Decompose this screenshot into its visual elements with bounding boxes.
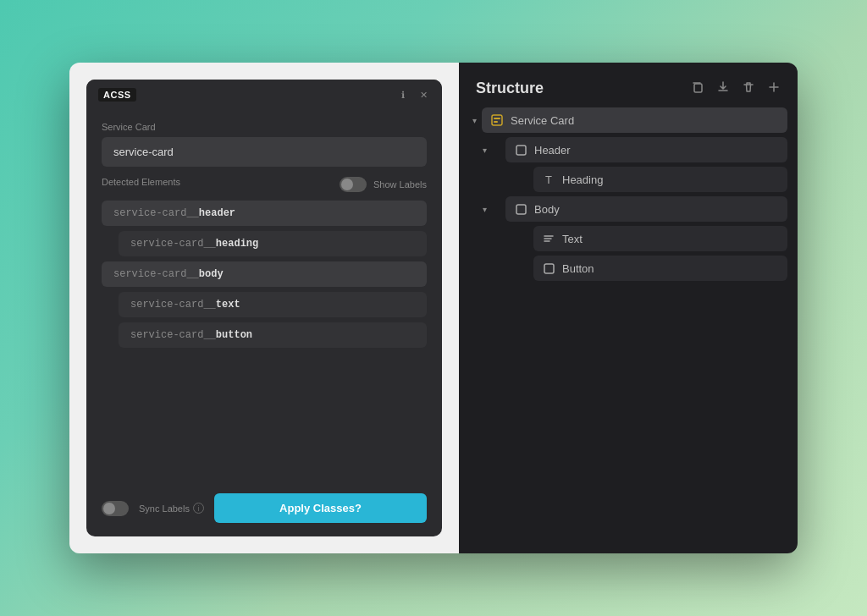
show-labels-toggle[interactable] bbox=[340, 177, 367, 192]
tree-row-text: Text bbox=[506, 226, 787, 251]
plugin-footer: Sync Labels i Apply Classes? bbox=[86, 483, 442, 536]
tree-label-service-card: Service Card bbox=[511, 114, 574, 127]
structure-header: Structure bbox=[459, 63, 798, 107]
detected-section: Detected Elements Show Labels service-ca… bbox=[102, 177, 427, 348]
svg-rect-1 bbox=[492, 115, 502, 125]
svg-rect-6 bbox=[544, 264, 554, 273]
tree-row-heading: T Heading bbox=[506, 167, 787, 192]
element-text[interactable]: service-card__text bbox=[119, 292, 427, 317]
tree-label-text: Text bbox=[562, 233, 583, 245]
info-titlebar-icon[interactable]: ℹ bbox=[396, 88, 410, 102]
service-card-label: Service Card bbox=[102, 122, 427, 132]
box-icon-body bbox=[514, 202, 527, 216]
tree-expand-row-header: ▾ Header bbox=[483, 137, 787, 162]
svg-rect-2 bbox=[494, 118, 500, 119]
close-titlebar-icon[interactable]: ✕ bbox=[417, 88, 430, 102]
tree-expand-row-body: ▾ Body bbox=[483, 196, 787, 222]
box-icon-header bbox=[514, 143, 527, 157]
text-icon-heading: T bbox=[542, 173, 555, 186]
left-panel: ACSS ℹ ✕ Service Card Detected Elements bbox=[69, 63, 459, 553]
tree-node-heading[interactable]: T Heading bbox=[533, 167, 787, 192]
element-body[interactable]: service-card__body bbox=[102, 261, 427, 287]
plugin-window: ACSS ℹ ✕ Service Card Detected Elements bbox=[86, 80, 442, 536]
box-icon-button bbox=[542, 261, 555, 275]
sync-labels-toggle[interactable] bbox=[102, 501, 129, 516]
tree-label-header: Header bbox=[534, 144, 571, 157]
detected-label: Detected Elements bbox=[102, 177, 180, 187]
element-list: service-card__header service-card__headi… bbox=[102, 201, 427, 348]
element-button[interactable]: service-card__button bbox=[119, 322, 427, 348]
add-icon[interactable] bbox=[767, 80, 781, 96]
svg-rect-4 bbox=[516, 146, 526, 155]
detected-header: Detected Elements Show Labels bbox=[102, 177, 427, 192]
download-icon[interactable] bbox=[716, 80, 730, 96]
tree-label-body: Body bbox=[534, 203, 560, 216]
chevron-header[interactable]: ▾ bbox=[483, 146, 487, 155]
delete-icon[interactable] bbox=[742, 80, 755, 96]
element-heading[interactable]: service-card__heading bbox=[119, 231, 427, 256]
svg-rect-0 bbox=[694, 84, 702, 92]
structure-title: Structure bbox=[476, 80, 544, 97]
acss-badge: ACSS bbox=[98, 88, 136, 102]
svg-rect-3 bbox=[494, 121, 498, 123]
plugin-content: Service Card Detected Elements Show Labe… bbox=[86, 110, 442, 483]
main-container: ACSS ℹ ✕ Service Card Detected Elements bbox=[69, 63, 798, 553]
apply-classes-button[interactable]: Apply Classes? bbox=[214, 493, 427, 523]
component-icon bbox=[490, 113, 504, 127]
tree-row-button: Button bbox=[506, 256, 787, 281]
plugin-titlebar: ACSS ℹ ✕ bbox=[86, 80, 442, 110]
show-labels-area: Show Labels bbox=[340, 177, 427, 192]
chevron-service-card[interactable]: ▾ bbox=[469, 116, 477, 125]
element-header[interactable]: service-card__header bbox=[102, 201, 427, 226]
tree-node-button[interactable]: Button bbox=[533, 256, 787, 281]
service-card-section: Service Card bbox=[102, 122, 427, 167]
tree-label-button: Button bbox=[562, 262, 594, 275]
tree-node-body[interactable]: Body bbox=[505, 196, 787, 222]
tree-label-heading: Heading bbox=[562, 173, 603, 186]
tree-node-text[interactable]: Text bbox=[533, 226, 787, 251]
chevron-body[interactable]: ▾ bbox=[483, 205, 487, 214]
sync-labels-label: Sync Labels i bbox=[139, 503, 204, 514]
right-panel: Structure bbox=[459, 63, 798, 553]
svg-rect-5 bbox=[516, 205, 526, 214]
lines-icon-text bbox=[542, 232, 555, 245]
structure-actions bbox=[691, 80, 781, 96]
tree-node-header[interactable]: Header bbox=[505, 137, 787, 162]
titlebar-icons: ℹ ✕ bbox=[396, 88, 430, 102]
tree-expand-row-0: ▾ Service Card bbox=[469, 107, 787, 133]
show-labels-text: Show Labels bbox=[373, 179, 427, 190]
copy-icon[interactable] bbox=[691, 80, 704, 96]
service-card-input[interactable] bbox=[102, 137, 427, 167]
tree-node-service-card[interactable]: Service Card bbox=[482, 107, 787, 133]
sync-info-icon[interactable]: i bbox=[193, 503, 204, 514]
structure-tree: ▾ Service Card ▾ bbox=[459, 107, 798, 283]
